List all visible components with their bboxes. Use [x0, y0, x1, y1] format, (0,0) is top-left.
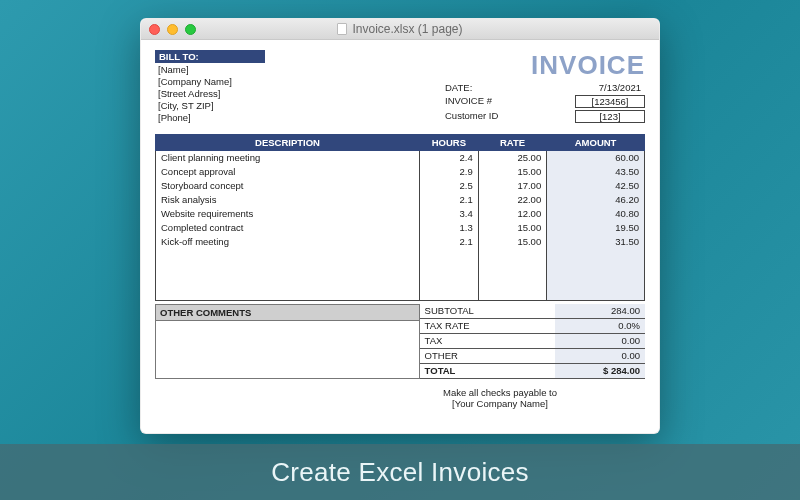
cell-amount: 40.80	[547, 207, 645, 221]
subtotal-label: SUBTOTAL	[420, 304, 555, 318]
other-label: OTHER	[420, 348, 555, 363]
table-row: Completed contract1.315.0019.50	[156, 221, 645, 235]
cell-hours: 1.3	[420, 221, 479, 235]
cell-amount: 42.50	[547, 179, 645, 193]
bill-phone: [Phone]	[155, 111, 355, 123]
invoice-number-label: INVOICE #	[445, 95, 492, 108]
cell-hours: 3.4	[420, 207, 479, 221]
table-row-empty	[156, 249, 645, 301]
payable-line2: [Your Company Name]	[355, 398, 645, 409]
comments-body[interactable]	[155, 321, 420, 379]
cell-desc: Risk analysis	[156, 193, 420, 207]
customer-id-label: Customer ID	[445, 110, 498, 123]
cell-rate: 15.00	[478, 221, 546, 235]
col-description: DESCRIPTION	[156, 135, 420, 151]
cell-desc: Client planning meeting	[156, 151, 420, 165]
table-row: Client planning meeting2.425.0060.00	[156, 151, 645, 165]
taxrate-label: TAX RATE	[420, 318, 555, 333]
window-title-text: Invoice.xlsx (1 page)	[352, 22, 462, 36]
bill-city: [City, ST ZIP]	[155, 99, 355, 111]
comments-block: OTHER COMMENTS	[155, 304, 420, 379]
cell-desc: Website requirements	[156, 207, 420, 221]
col-hours: HOURS	[420, 135, 479, 151]
cell-hours: 2.1	[420, 193, 479, 207]
cell-amount: 43.50	[547, 165, 645, 179]
invoice-document: BILL TO: [Name] [Company Name] [Street A…	[141, 40, 659, 419]
date-value: 7/13/2021	[575, 82, 645, 93]
cell-desc: Storyboard concept	[156, 179, 420, 193]
window-title: Invoice.xlsx (1 page)	[141, 22, 659, 36]
total-value: $ 284.00	[555, 363, 645, 378]
cell-desc: Kick-off meeting	[156, 235, 420, 249]
total-label: TOTAL	[420, 363, 555, 378]
summary-table: SUBTOTAL284.00 TAX RATE0.0% TAX0.00 OTHE…	[420, 304, 645, 379]
traffic-lights	[149, 24, 196, 35]
line-items-table: DESCRIPTION HOURS RATE AMOUNT Client pla…	[155, 134, 645, 301]
minimize-icon[interactable]	[167, 24, 178, 35]
invoice-meta: INVOICE DATE:7/13/2021 INVOICE #[123456]…	[445, 50, 645, 124]
cell-hours: 2.5	[420, 179, 479, 193]
payable-note: Make all checks payable to [Your Company…	[155, 387, 645, 409]
bill-street: [Street Adress]	[155, 87, 355, 99]
cell-rate: 17.00	[478, 179, 546, 193]
cell-amount: 60.00	[547, 151, 645, 165]
date-label: DATE:	[445, 82, 472, 93]
comments-header: OTHER COMMENTS	[155, 304, 420, 321]
cell-rate: 15.00	[478, 165, 546, 179]
table-row: Kick-off meeting2.115.0031.50	[156, 235, 645, 249]
table-row: Website requirements3.412.0040.80	[156, 207, 645, 221]
cell-rate: 15.00	[478, 235, 546, 249]
titlebar[interactable]: Invoice.xlsx (1 page)	[141, 19, 659, 40]
bill-company: [Company Name]	[155, 75, 355, 87]
cell-rate: 22.00	[478, 193, 546, 207]
table-row: Risk analysis2.122.0046.20	[156, 193, 645, 207]
cell-amount: 46.20	[547, 193, 645, 207]
subtotal-value: 284.00	[555, 304, 645, 318]
tax-value: 0.00	[555, 333, 645, 348]
bill-to-header: BILL TO:	[155, 50, 265, 63]
taxrate-value: 0.0%	[555, 318, 645, 333]
cell-hours: 2.1	[420, 235, 479, 249]
cell-desc: Concept approval	[156, 165, 420, 179]
cell-amount: 31.50	[547, 235, 645, 249]
caption-text: Create Excel Invoices	[271, 457, 529, 488]
table-row: Concept approval2.915.0043.50	[156, 165, 645, 179]
col-amount: AMOUNT	[547, 135, 645, 151]
cell-rate: 25.00	[478, 151, 546, 165]
tax-label: TAX	[420, 333, 555, 348]
cell-desc: Completed contract	[156, 221, 420, 235]
bill-to-block: BILL TO: [Name] [Company Name] [Street A…	[155, 50, 355, 124]
invoice-heading: INVOICE	[445, 50, 645, 81]
zoom-icon[interactable]	[185, 24, 196, 35]
cell-hours: 2.4	[420, 151, 479, 165]
cell-amount: 19.50	[547, 221, 645, 235]
bill-name: [Name]	[155, 63, 355, 75]
invoice-number-value: [123456]	[575, 95, 645, 108]
caption-bar: Create Excel Invoices	[0, 444, 800, 500]
customer-id-value: [123]	[575, 110, 645, 123]
payable-line1: Make all checks payable to	[355, 387, 645, 398]
close-icon[interactable]	[149, 24, 160, 35]
other-value: 0.00	[555, 348, 645, 363]
document-window: Invoice.xlsx (1 page) BILL TO: [Name] [C…	[140, 18, 660, 434]
document-icon	[337, 23, 347, 35]
cell-rate: 12.00	[478, 207, 546, 221]
table-row: Storyboard concept2.517.0042.50	[156, 179, 645, 193]
cell-hours: 2.9	[420, 165, 479, 179]
col-rate: RATE	[478, 135, 546, 151]
